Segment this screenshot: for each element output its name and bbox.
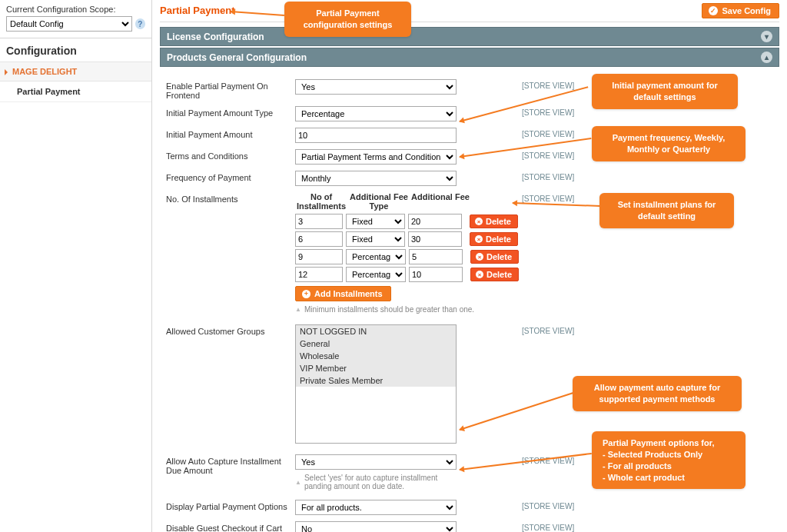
inst-type-select[interactable]: Percentage: [346, 249, 406, 264]
config-heading: Configuration: [0, 38, 151, 62]
inst-type-select[interactable]: Percentage: [346, 267, 406, 282]
delete-installment-button[interactable]: ×Delete: [470, 250, 519, 264]
installment-row: Fixed×Delete: [295, 231, 518, 247]
select-display[interactable]: For all products.: [295, 500, 457, 515]
inst-fee-input[interactable]: [409, 249, 463, 264]
callout-frequency: Payment frequency, Weekly, Monthly or Qu…: [592, 126, 745, 161]
group-option[interactable]: General: [296, 337, 456, 350]
delete-installment-button[interactable]: ×Delete: [470, 214, 518, 228]
inst-fee-input[interactable]: [408, 231, 462, 247]
save-label: Save Config: [722, 6, 771, 15]
inst-type-select[interactable]: Fixed: [346, 214, 405, 229]
scope-select[interactable]: Default Config: [6, 16, 132, 32]
label-freq: Frequency of Payment: [166, 171, 295, 182]
inst-fee-input[interactable]: [408, 214, 462, 229]
installment-row: Percentage×Delete: [295, 267, 518, 282]
scope-groups: [STORE VIEW]: [522, 324, 591, 335]
chevron-up-icon[interactable]: ▴: [761, 52, 772, 63]
scope-guest: [STORE VIEW]: [522, 521, 591, 532]
scope-amount-type: [STORE VIEW]: [522, 106, 591, 117]
select-amount-type[interactable]: Percentage: [295, 106, 457, 121]
label-enable: Enable Partial Payment On Frontend: [166, 79, 295, 100]
inst-number-input[interactable]: [295, 267, 343, 282]
select-autocapture[interactable]: Yes: [295, 454, 457, 470]
select-guest[interactable]: No: [295, 521, 457, 532]
multiselect-groups[interactable]: NOT LOGGED INGeneralWholesaleVIP MemberP…: [295, 324, 457, 444]
label-installments: No. Of Installments: [166, 192, 295, 204]
scope-amount: [STORE VIEW]: [522, 128, 591, 138]
label-amount: Initial Payment Amount: [166, 128, 295, 139]
callout-autocapture: Allow payment auto capture for supported…: [573, 376, 742, 411]
label-autocapture: Allow Auto Capture Installment Due Amoun…: [166, 454, 295, 475]
scope-label: Current Configuration Scope:: [6, 5, 145, 14]
inst-col-fee: Additional Fee: [410, 192, 470, 211]
sidebar: Current Configuration Scope: Default Con…: [0, 0, 152, 532]
inst-col-type: Additional Fee Type: [347, 192, 410, 211]
chevron-down-icon[interactable]: ▾: [761, 31, 772, 42]
callout-display: Partial Payment options for, - Selected …: [592, 431, 745, 489]
add-label: Add Installments: [314, 289, 383, 298]
label-guest: Disable Guest Checkout if Cart Contains …: [166, 521, 295, 532]
save-button[interactable]: ✓ Save Config: [702, 3, 779, 18]
section-products[interactable]: Products General Configuration ▴: [160, 48, 779, 67]
label-display: Display Partial Payment Options: [166, 500, 295, 511]
select-enable[interactable]: Yes: [295, 79, 457, 95]
inst-fee-input[interactable]: [409, 267, 463, 282]
close-icon: ×: [476, 253, 483, 261]
close-icon: ×: [475, 218, 483, 225]
label-groups: Allowed Customer Groups: [166, 324, 295, 336]
section-license-title: License Configuration: [167, 32, 264, 42]
group-option[interactable]: VIP Member: [296, 362, 456, 374]
select-freq[interactable]: Monthly: [295, 171, 457, 186]
help-icon[interactable]: ?: [135, 18, 145, 29]
installments-hint: ▲Minimum installments should be greater …: [295, 305, 518, 314]
group-option[interactable]: Private Sales Member: [296, 374, 456, 387]
callout-initial-amount: Initial payment amount for default setti…: [592, 74, 738, 109]
input-amount[interactable]: [295, 128, 457, 143]
section-license[interactable]: License Configuration ▾: [160, 27, 779, 46]
page-title: Partial Payment: [160, 3, 235, 16]
section-products-title: Products General Configuration: [167, 52, 307, 63]
inst-col-number: No of Installments: [295, 192, 347, 211]
inst-number-input[interactable]: [295, 249, 343, 264]
nav-section-magedelight[interactable]: MAGE DELIGHT: [0, 62, 151, 81]
delete-installment-button[interactable]: ×Delete: [470, 232, 518, 246]
close-icon: ×: [476, 271, 483, 278]
nav-item-partial-payment[interactable]: Partial Payment: [0, 81, 151, 102]
check-icon: ✓: [709, 6, 718, 15]
callout-title: Partial Payment configuration settings: [284, 2, 411, 37]
callout-installments: Set installment plans for default settin…: [599, 193, 734, 228]
scope-freq: [STORE VIEW]: [522, 171, 591, 181]
autocapture-hint: ▲Select 'yes' for auto capture installme…: [295, 474, 460, 490]
inst-number-input[interactable]: [295, 214, 343, 229]
close-icon: ×: [475, 235, 483, 243]
add-installments-button[interactable]: + Add Installments: [295, 286, 391, 301]
plus-icon: +: [302, 290, 310, 298]
scope-installments: [STORE VIEW]: [522, 192, 591, 203]
inst-type-select[interactable]: Fixed: [346, 231, 405, 247]
group-option[interactable]: Wholesale: [296, 350, 456, 362]
scope-terms: [STORE VIEW]: [522, 149, 591, 160]
label-terms: Terms and Conditions: [166, 149, 295, 161]
select-terms[interactable]: Partial Payment Terms and Conditions: [295, 149, 457, 165]
scope-display: [STORE VIEW]: [522, 500, 591, 510]
delete-installment-button[interactable]: ×Delete: [470, 268, 519, 281]
group-option[interactable]: NOT LOGGED IN: [296, 325, 456, 337]
inst-number-input[interactable]: [295, 231, 343, 247]
installment-row: Fixed×Delete: [295, 214, 518, 229]
label-amount-type: Initial Payment Amount Type: [166, 106, 295, 118]
installment-row: Percentage×Delete: [295, 249, 518, 264]
